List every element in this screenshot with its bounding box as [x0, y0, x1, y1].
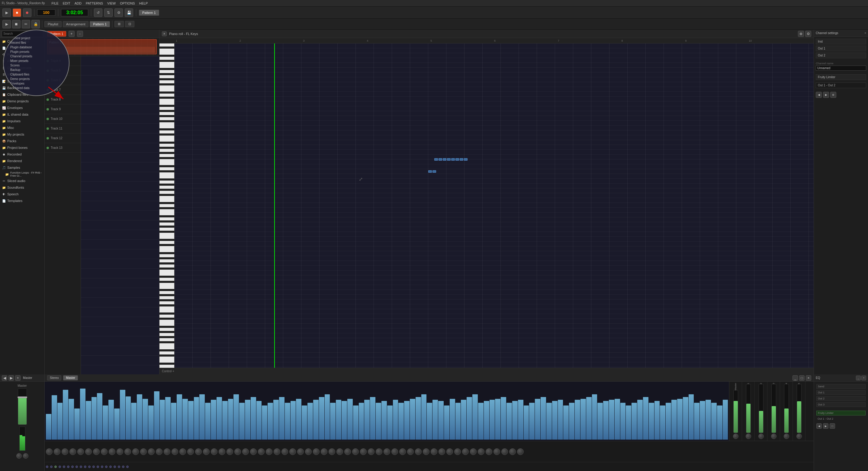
mixer-knob[interactable] [423, 448, 430, 455]
mixer-knob[interactable] [392, 448, 398, 455]
menu-options[interactable]: OPTIONS [120, 1, 135, 5]
tab-playlist[interactable]: Playlist [44, 21, 62, 27]
channel-item-2[interactable]: Out 1 [816, 45, 866, 51]
zoom-item-7[interactable]: Scores [10, 63, 63, 67]
mixer-right-min[interactable]: _ [856, 376, 861, 380]
sidebar-item-envelopes[interactable]: 📈 Envelopes [0, 104, 44, 111]
mixer-tab-stereo[interactable]: Stereo [47, 375, 61, 380]
track-row[interactable]: Track 9 [45, 104, 81, 114]
toolbar2-btn2[interactable]: ⏹ [12, 20, 21, 28]
routing-dot[interactable] [75, 466, 78, 468]
fruity-limiter-item[interactable]: Fruity Limiter [816, 74, 866, 80]
piano-roll-close-btn[interactable]: × [162, 31, 167, 36]
toolbar-btn-new[interactable]: ▶ [2, 8, 11, 17]
toolbar2-btn1[interactable]: ▶ [2, 20, 11, 28]
mixer-knob[interactable] [132, 448, 139, 455]
mixer-knob[interactable] [258, 448, 265, 455]
mixer-knob[interactable] [321, 448, 328, 455]
note-7[interactable] [460, 158, 463, 161]
routing-dot[interactable] [59, 466, 61, 468]
fader-master[interactable] [733, 390, 738, 433]
menu-help[interactable]: HELP [139, 1, 148, 5]
note-9[interactable] [428, 170, 432, 173]
zoom-item-6[interactable]: Mixer presets [10, 59, 63, 63]
mixer-knob[interactable] [54, 448, 60, 455]
toolbar-btn-settings[interactable]: ⚙ [115, 8, 123, 17]
mixer-knob[interactable] [478, 448, 485, 455]
channel-item-1[interactable]: Inst [816, 39, 866, 44]
zoom-item-11[interactable]: Envelopes [10, 82, 63, 86]
mixer-add-btn[interactable]: + [15, 375, 21, 381]
track-content-area[interactable] [81, 56, 159, 374]
fruity-limiter-label[interactable]: Fruity Limiter [816, 411, 866, 415]
mixer-knob[interactable] [77, 448, 84, 455]
track-row[interactable]: Track 10 [45, 114, 81, 124]
menu-edit[interactable]: EDIT [63, 1, 70, 5]
mixer-knob[interactable] [187, 448, 194, 455]
eq-band-3[interactable]: Out 2 [816, 396, 866, 401]
mixer-knob[interactable] [281, 448, 288, 455]
fader-4[interactable] [784, 384, 789, 433]
mixer-knob[interactable] [140, 448, 147, 455]
zoom-item-1[interactable]: Current project [10, 36, 63, 40]
track-row[interactable]: Track 12 [45, 133, 81, 143]
mini-btn-3[interactable]: ⊕ [830, 92, 836, 98]
routing-dot[interactable] [92, 466, 95, 468]
track-row[interactable]: Track 13 [45, 143, 81, 153]
sidebar-item-packs[interactable]: 📦 Packs [0, 138, 44, 144]
toolbar-btn-stop[interactable]: ■ [13, 8, 21, 17]
zoom-item-12[interactable]: IL shared data [10, 86, 63, 90]
mixer-knob[interactable] [352, 448, 359, 455]
toolbar-btn-shuffle[interactable]: ⇅ [104, 8, 113, 17]
mixer-knob[interactable] [494, 448, 500, 455]
note-8[interactable] [464, 158, 467, 161]
mixer-tab-master[interactable]: Master [63, 375, 78, 380]
mixer-knob[interactable] [431, 448, 437, 455]
drag-handle-icon[interactable]: ⤢ [359, 176, 363, 182]
sidebar-item-function-loops[interactable]: 📁 Function Loops - F# Rnb - Free Gi... [0, 171, 44, 178]
note-5[interactable] [451, 158, 455, 161]
toolbar2-btn3[interactable]: ✏ [22, 20, 30, 28]
knob-2[interactable] [758, 434, 764, 439]
mini-btn-1[interactable]: ◀ [816, 92, 822, 98]
mixer-knob[interactable] [179, 448, 186, 455]
routing-dot[interactable] [122, 466, 124, 468]
mixer-knob[interactable] [235, 448, 241, 455]
toolbar-btn-loop[interactable]: ↺ [94, 8, 102, 17]
sidebar-item-my-projects[interactable]: 📁 My projects [0, 131, 44, 138]
mixer-knob[interactable] [313, 448, 319, 455]
sidebar-item-samples[interactable]: 🎵 Samples [0, 164, 44, 171]
right-panel-close[interactable]: × [864, 31, 866, 35]
routing-dot[interactable] [114, 466, 116, 468]
mixer-knob[interactable] [117, 448, 123, 455]
mixer-knob[interactable] [399, 448, 406, 455]
zoom-item-8[interactable]: Backup [10, 68, 63, 72]
toolbar2-quantize[interactable]: ⊡ [125, 21, 134, 27]
note-6[interactable] [456, 158, 459, 161]
mixer-minimize[interactable]: _ [793, 375, 798, 381]
mixer-knob[interactable] [415, 448, 422, 455]
master-knob-1[interactable] [16, 453, 22, 459]
fader-2[interactable] [759, 384, 764, 433]
sidebar-item-rendered[interactable]: 📁 Rendered [0, 158, 44, 164]
menu-view[interactable]: VIEW [107, 1, 116, 5]
master-knob-2[interactable] [23, 453, 28, 459]
routing-dot[interactable] [46, 466, 48, 468]
routing-dot[interactable] [105, 466, 107, 468]
mixer-knob[interactable] [360, 448, 367, 455]
mixer-knob[interactable] [242, 448, 249, 455]
master-fader-handle[interactable] [18, 397, 27, 398]
piano-key-strip[interactable] [159, 43, 174, 368]
mixer-knob[interactable] [407, 448, 414, 455]
mixer-knob[interactable] [368, 448, 374, 455]
menu-patterns[interactable]: PATTERNS [86, 1, 103, 5]
note-4[interactable] [447, 158, 451, 161]
knob-1[interactable] [746, 434, 751, 439]
zoom-item-4[interactable]: Plugin presets [10, 50, 63, 54]
menu-add[interactable]: ADD [74, 1, 82, 5]
mixer-knob[interactable] [124, 448, 131, 455]
mixer-nav-right[interactable]: ▶ [8, 375, 14, 381]
mixer-knob[interactable] [289, 448, 296, 455]
mixer-knob[interactable] [305, 448, 312, 455]
sidebar-item-project-bones[interactable]: 📁 Project bones [0, 144, 44, 151]
